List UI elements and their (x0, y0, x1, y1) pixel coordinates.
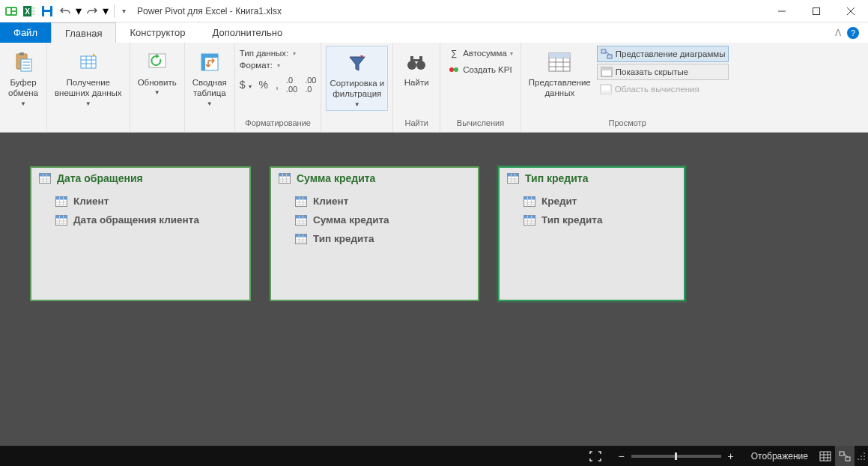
diagram-label: Представление диаграммы (616, 49, 726, 58)
diagram-canvas[interactable]: Дата обращенияКлиентДата обращения клиен… (0, 133, 868, 446)
datatype-dropdown[interactable]: Тип данных: ▾ (240, 49, 317, 58)
ribbon: Буфер обмена ▼ Получение внешних данных … (0, 43, 868, 133)
svg-rect-107 (524, 215, 535, 218)
display-mode-label[interactable]: Отображение (744, 446, 816, 466)
table-field[interactable]: Тип кредита (295, 229, 470, 248)
svg-rect-7 (31, 10, 35, 12)
svg-point-125 (864, 459, 865, 460)
get-external-data-button[interactable]: Получение внешних данных ▼ (52, 46, 125, 109)
undo-icon[interactable] (57, 3, 73, 19)
calc-group-label: Вычисления (440, 118, 521, 132)
show-hidden-icon (601, 66, 613, 78)
table-field[interactable]: Дата обращения клиента (55, 211, 242, 229)
group-formatting: Тип данных: ▾ Формат: ▾ $ ▾ % , .0.00 .0… (235, 43, 322, 132)
table-body: КлиентСумма кредитаТип кредита (271, 189, 478, 260)
group-pivot: Сводная таблица ▼ (185, 43, 235, 132)
calcarea-label: Область вычисления (615, 85, 699, 94)
help-icon[interactable]: ? (847, 27, 859, 39)
tab-advanced[interactable]: Дополнительно (199, 22, 297, 43)
redo-icon[interactable] (84, 3, 100, 19)
sort-filter-button[interactable]: Сортировка и фильтрация ▼ (326, 46, 388, 111)
calculation-area-button[interactable]: Область вычисления (597, 82, 729, 97)
table-field[interactable]: Тип кредита (523, 211, 676, 229)
dropdown-icon: ▼ (207, 100, 213, 108)
group-getdata: Получение внешних данных ▼ (47, 43, 130, 132)
currency-icon[interactable]: $ ▾ (240, 79, 252, 91)
table-field[interactable]: Сумма кредита (295, 211, 470, 229)
close-button[interactable] (834, 0, 868, 22)
diagram-view-button[interactable]: Представление диаграммы (597, 46, 729, 62)
resize-grip[interactable] (855, 446, 868, 466)
table-header[interactable]: Дата обращения (31, 168, 249, 189)
table-field[interactable]: Кредит (523, 192, 676, 211)
svg-rect-83 (296, 215, 307, 218)
svg-rect-2 (12, 8, 16, 10)
svg-point-124 (861, 459, 862, 460)
qat-customize-icon[interactable]: ▾ (119, 3, 128, 19)
field-label: Тип кредита (313, 233, 374, 244)
format-dropdown[interactable]: Формат: ▾ (240, 61, 317, 70)
minimize-button[interactable] (765, 0, 799, 22)
zoom-out-button[interactable]: − (616, 450, 627, 462)
view-group-label: Просмотр (521, 118, 734, 132)
autosum-button[interactable]: ∑ Автосумма ▾ (445, 46, 516, 61)
table-node[interactable]: Сумма кредитаКлиентСумма кредитаТип кред… (270, 166, 479, 301)
paste-button[interactable]: Буфер обмена ▼ (4, 46, 42, 109)
svg-point-123 (858, 459, 859, 460)
pivot-table-button[interactable]: Сводная таблица ▼ (189, 46, 230, 109)
increase-decimal-icon[interactable]: .0.00 (286, 76, 297, 94)
svg-rect-11 (44, 12, 50, 16)
redo-dropdown-icon[interactable]: ▾ (102, 3, 109, 19)
dropdown-icon: ▾ (293, 50, 296, 57)
show-hidden-button[interactable]: Показать скрытые (597, 64, 729, 80)
svg-rect-1 (7, 8, 10, 14)
save-icon[interactable] (39, 3, 55, 19)
powerpivot-icon[interactable] (3, 3, 19, 19)
grid-view-button[interactable] (816, 446, 835, 466)
table-header[interactable]: Тип кредита (500, 168, 684, 189)
tab-home[interactable]: Главная (51, 22, 116, 43)
zoom-track[interactable] (631, 455, 721, 458)
maximize-button[interactable] (799, 0, 834, 22)
percent-icon[interactable]: % (259, 79, 268, 91)
diagram-view-toggle[interactable] (835, 446, 855, 466)
svg-rect-65 (56, 215, 67, 218)
decrease-decimal-icon[interactable]: .00.0 (305, 76, 316, 94)
svg-rect-49 (601, 67, 612, 70)
title-bar: X ▾ ▾ ▾ Power Pivot для Excel - Книга1.x… (0, 0, 868, 22)
svg-rect-34 (419, 56, 422, 62)
database-icon (76, 50, 100, 74)
data-view-button[interactable]: Представление данных (526, 46, 594, 100)
tab-design[interactable]: Конструктор (116, 22, 198, 43)
table-node[interactable]: Дата обращенияКлиентДата обращения клиен… (30, 166, 251, 301)
zoom-slider[interactable]: − + (609, 450, 744, 462)
undo-dropdown-icon[interactable]: ▾ (75, 3, 82, 19)
refresh-button[interactable]: Обновить ▼ (135, 46, 180, 98)
svg-rect-35 (413, 59, 419, 61)
svg-rect-17 (19, 52, 24, 55)
table-field[interactable]: Клиент (295, 192, 470, 211)
svg-rect-118 (846, 457, 850, 461)
svg-rect-112 (820, 452, 831, 461)
clipboard-icon (11, 50, 35, 74)
comma-icon[interactable]: , (276, 79, 279, 91)
table-title: Сумма кредита (297, 172, 375, 184)
table-header[interactable]: Сумма кредита (271, 168, 478, 189)
zoom-thumb[interactable] (675, 453, 677, 460)
dropdown-icon: ▼ (20, 100, 26, 108)
group-find: Найти Найти (393, 43, 440, 132)
tab-file[interactable]: Файл (0, 22, 51, 43)
zoom-in-button[interactable]: + (726, 450, 736, 462)
svg-rect-77 (296, 196, 307, 199)
find-button[interactable]: Найти (398, 46, 435, 89)
collapse-ribbon-icon[interactable]: ᐱ (835, 28, 841, 38)
table-body: КлиентДата обращения клиента (31, 189, 249, 241)
create-kpi-button[interactable]: Создать KPI (445, 62, 516, 77)
fit-screen-button[interactable] (582, 446, 609, 466)
svg-rect-89 (296, 234, 307, 237)
excel-icon[interactable]: X (21, 3, 37, 19)
format-label: Формат: (240, 61, 273, 70)
table-node[interactable]: Тип кредитаКредитТип кредита (498, 166, 685, 301)
table-field[interactable]: Клиент (55, 192, 242, 211)
formatting-group-label: Форматирование (235, 118, 321, 132)
